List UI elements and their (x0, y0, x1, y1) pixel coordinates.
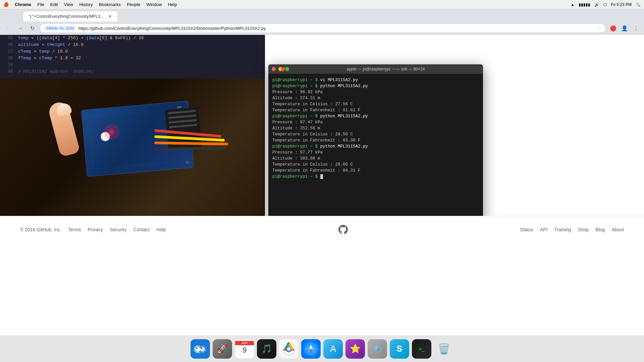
line-number: 37 (0, 48, 17, 55)
footer-terms-link[interactable]: Terms (68, 227, 81, 232)
code-line-35: 35 temp = ((data[4] * 256) + (data[5] & … (0, 35, 265, 42)
footer-help-link[interactable]: Help (156, 227, 166, 232)
footer-privacy-link[interactable]: Privacy (88, 227, 103, 232)
volume-icon[interactable]: 🔊 (594, 2, 599, 7)
menu-button[interactable]: ⋮ (631, 23, 641, 33)
people-menu[interactable]: People (127, 2, 140, 7)
svg-point-6 (201, 348, 202, 349)
terminal-line: Altitude : 374.31 m (272, 95, 479, 101)
terminal-line: Temperature in Celsius : 29.06 C (272, 162, 479, 168)
terminal-line: Temperature in Fahrenheit : 81.61 F (272, 107, 479, 113)
apple-menu[interactable]: 🍎 (3, 2, 9, 7)
footer-center (338, 224, 348, 235)
copyright-text: © 2016 GitHub, Inc. (20, 227, 61, 232)
code-text: cTemp = temp / 16.0 (17, 48, 265, 55)
terminal-line: Pressure : 97.47 kPa (272, 119, 479, 125)
address-bar-row: ← → ↻ GitHub, Inc. [US] https://github.c… (0, 21, 644, 35)
history-menu[interactable]: History (79, 2, 93, 7)
dock-system-preferences[interactable]: ⚙️ (368, 339, 387, 359)
page-footer: © 2016 GitHub, Inc. Terms Privacy Securi… (0, 216, 644, 243)
back-button[interactable]: ← (3, 23, 13, 33)
line-number: 35 (0, 35, 17, 42)
dock-calendar[interactable]: APR 9 (235, 339, 254, 359)
app-name-menu[interactable]: Chrome (15, 2, 31, 7)
terminal-title: apple — pi@raspberrypi: ~ — ssh — 80×24 (292, 67, 480, 71)
page-content: 35 temp = ((data[4] * 256) + (data[5] & … (0, 35, 644, 243)
code-text: # MPL3115A2 address 0x60(96) (17, 68, 265, 75)
bookmark-star-icon[interactable]: ☆ (597, 25, 601, 32)
svg-point-4 (200, 347, 205, 352)
terminal-line: Temperature in Celsius : 27.56 C (272, 101, 479, 107)
terminal-line: Altitude : 303.88 m (272, 156, 479, 162)
terminal-close-button[interactable] (272, 67, 276, 71)
extensions-button[interactable]: 🔴 (608, 23, 618, 33)
footer-shop-link[interactable]: Shop (578, 227, 589, 232)
footer-contact-link[interactable]: Contact (133, 227, 150, 232)
footer-security-link[interactable]: Security (110, 227, 127, 232)
search-icon[interactable]: 🔍 (636, 2, 641, 7)
footer-left: © 2016 GitHub, Inc. Terms Privacy Securi… (20, 227, 166, 232)
terminal-line: pi@raspberrypi ~ $ vi MPL3115A2.py (272, 77, 479, 83)
footer-api-link[interactable]: API (540, 227, 548, 232)
terminal-line: pi@raspberrypi ~ $ python MPL3115A2.py (272, 83, 479, 89)
code-text: temp = ((data[4] * 256) + (data[5] & 0xF… (17, 35, 265, 42)
active-tab[interactable]: ');"> ControlEverythingCommunity/MPL3115… (23, 11, 117, 21)
terminal-cursor (320, 174, 323, 179)
footer-blog-link[interactable]: Blog (595, 227, 605, 232)
footer-status-link[interactable]: Status (520, 227, 533, 232)
profile-button[interactable]: 👤 (620, 23, 629, 33)
footer-right: Status API Training Shop Blog About (520, 227, 624, 232)
code-line-39: 39 (0, 62, 265, 68)
terminal-line: Altitude : 352.56 m (272, 125, 479, 131)
code-text: altitude = tHeight / 16.0 (17, 42, 265, 48)
tab-close-button[interactable]: ✕ (108, 14, 112, 19)
file-menu[interactable]: File (37, 2, 44, 7)
terminal-window: 🍎 apple — pi@raspberrypi: ~ — ssh — 80×2… (268, 64, 483, 220)
code-line-36: 36 altitude = tHeight / 16.0 (0, 42, 265, 48)
terminal-line: Temperature in Fahrenheit : 83.30 F (272, 137, 479, 143)
code-line-40: 40 # MPL3115A2 address 0x60(96) (0, 68, 265, 75)
url-display: https://github.com/ControlEverythingComm… (78, 26, 594, 31)
forward-button[interactable]: → (15, 23, 25, 33)
dock-iterm[interactable]: >_ (412, 339, 431, 359)
tab-title: ControlEverythingCommunity/MPL3115A2 — M… (36, 14, 105, 19)
svg-point-5 (196, 348, 198, 349)
line-number: 36 (0, 42, 17, 48)
dock-notes[interactable]: ⭐ (345, 339, 365, 359)
dock-itunes[interactable]: 🎵 (257, 339, 276, 359)
footer-about-link[interactable]: About (611, 227, 624, 232)
help-menu[interactable]: Help (168, 2, 177, 7)
line-number: 38 (0, 55, 17, 62)
wifi-icon[interactable]: ▲ (571, 2, 575, 7)
terminal-body[interactable]: pi@raspberrypi ~ $ vi MPL3115A2.py pi@ra… (268, 74, 483, 220)
github-logo-icon (338, 224, 348, 235)
address-bar[interactable]: GitHub, Inc. [US] https://github.com/Con… (40, 23, 606, 33)
bookmarks-menu[interactable]: Bookmarks (99, 2, 121, 7)
footer-training-link[interactable]: Training (554, 227, 571, 232)
dock-safari[interactable] (301, 339, 321, 359)
dock-skype[interactable]: S (390, 339, 409, 359)
view-menu[interactable]: View (64, 2, 73, 7)
dock-finder[interactable] (191, 339, 210, 359)
reload-button[interactable]: ↻ (28, 23, 37, 33)
code-line-38: 38 fTemp = cTemp * 1.8 + 32 (0, 55, 265, 62)
terminal-line: Temperature in Fahrenheit : 84.31 F (272, 168, 479, 174)
code-text (17, 62, 265, 68)
tab-bar: ');"> ControlEverythingCommunity/MPL3115… (0, 9, 644, 21)
edit-menu[interactable]: Edit (50, 2, 58, 7)
dock-trash[interactable]: 🗑️ (434, 339, 453, 359)
mac-dock: 🚀 APR 9 🎵 A ⭐ (0, 335, 644, 362)
battery-icon: ▮▮▮▮▮ (579, 2, 590, 7)
security-badge: GitHub, Inc. [US] (44, 26, 76, 31)
code-text: fTemp = cTemp * 1.8 + 32 (17, 55, 265, 62)
tab-favicon: ');"> (29, 14, 34, 19)
dock-appstore[interactable]: A (323, 339, 343, 359)
dock-launchpad[interactable]: 🚀 (213, 339, 232, 359)
terminal-line: pi@raspberrypi ~ $ python MPL3115A2.py (272, 113, 479, 119)
bluetooth-icon[interactable]: ⬡ (603, 2, 607, 7)
svg-point-11 (287, 347, 290, 351)
window-menu[interactable]: Window (146, 2, 162, 7)
line-number: 40 (0, 68, 17, 75)
terminal-line: pi@raspberrypi ~ $ python MPL3115A2.py (272, 143, 479, 149)
dock-chrome[interactable] (279, 339, 299, 359)
